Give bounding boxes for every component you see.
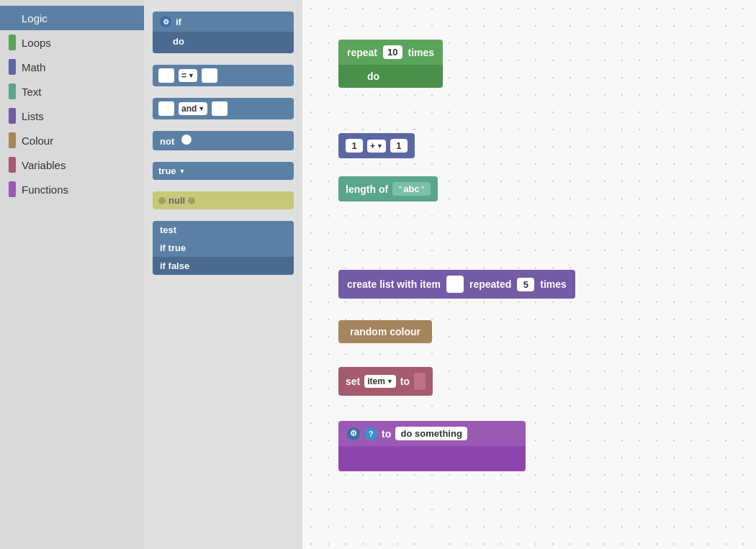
math-operator[interactable]: + (367, 140, 386, 153)
functions-color-dot (9, 181, 16, 197)
repeat-label: repeat (347, 47, 377, 58)
panel-eq-operator[interactable]: = (179, 69, 197, 82)
lists-color-dot (9, 108, 16, 124)
loops-color-dot (9, 35, 16, 50)
create-list-label: create list with item (347, 278, 441, 290)
text-string-value[interactable]: " abc " (392, 182, 431, 196)
question-icon-functions: ? (364, 427, 377, 440)
panel-true-block[interactable]: true ▼ (153, 162, 294, 180)
text-color-dot (9, 83, 16, 99)
panel-test-mid: if true (153, 239, 294, 257)
gear-icon-functions: ⚙ (347, 427, 360, 440)
to-label: to (400, 376, 410, 387)
functions-block-top: ⚙ ? to do something (338, 421, 526, 446)
text-length-block[interactable]: length of " abc " (338, 176, 438, 201)
lists-block[interactable]: create list with item repeated 5 times (338, 270, 575, 299)
lists-item-slot (446, 276, 464, 293)
gear-icon: ⚙ (160, 16, 171, 27)
lists-times-label: times (540, 278, 567, 290)
repeat-block-bottom: do (338, 65, 443, 88)
functions-block-bottom (338, 446, 526, 471)
set-label: set (346, 376, 360, 387)
colour-block[interactable]: random colour (338, 320, 432, 343)
workspace: repeat 10 times do 1 + 1 length of " abc… (302, 0, 756, 549)
panel-not-block[interactable]: not (153, 131, 294, 150)
repeat-count-input[interactable]: 10 (383, 45, 402, 59)
functions-block[interactable]: ⚙ ? to do something (338, 421, 526, 471)
sidebar-label-colour: Colour (22, 135, 53, 147)
sidebar-label-functions: Functions (22, 183, 68, 196)
not-label: not (160, 136, 174, 147)
sidebar-label-lists: Lists (22, 110, 44, 122)
test-label: test (160, 224, 176, 235)
panel-and-slot-right (212, 101, 228, 116)
sidebar-item-text[interactable]: Text (0, 79, 144, 104)
if-true-label: if true (160, 242, 186, 253)
if-false-label: if false (160, 260, 189, 271)
do-label: do (173, 36, 184, 47)
blocks-panel: ⚙ if do = and not true ▼ null (144, 0, 302, 549)
variables-value-slot (414, 373, 426, 390)
panel-null-block[interactable]: null (153, 191, 294, 209)
panel-if-block[interactable]: ⚙ if do (153, 12, 294, 53)
times-label: times (408, 47, 435, 58)
panel-eq-block[interactable]: = (153, 65, 294, 86)
sidebar-item-logic[interactable]: Logic (0, 6, 144, 30)
panel-if-top: ⚙ if (153, 12, 294, 32)
length-of-label: length of (346, 183, 388, 195)
sidebar-item-lists[interactable]: Lists (0, 104, 144, 128)
panel-and-operator[interactable]: and (179, 102, 207, 115)
panel-test-top: test (153, 221, 294, 239)
repeat-block[interactable]: repeat 10 times do (338, 40, 443, 88)
panel-if-bottom: do (153, 32, 294, 53)
sidebar-label-text: Text (22, 86, 42, 98)
variables-color-dot (9, 157, 16, 173)
variables-block[interactable]: set item to (338, 367, 433, 396)
functions-name-input[interactable]: do something (395, 427, 467, 440)
repeated-label: repeated (469, 278, 511, 290)
math-color-dot (9, 59, 16, 75)
math-val2[interactable]: 1 (390, 139, 408, 153)
colour-label: random colour (350, 326, 420, 337)
null-label: null (168, 195, 185, 206)
lists-count-input[interactable]: 5 (517, 278, 534, 291)
panel-and-block[interactable]: and (153, 98, 294, 119)
sidebar-label-math: Math (22, 61, 45, 73)
sidebar-label-loops: Loops (22, 37, 51, 49)
panel-test-bottom: if false (153, 257, 294, 275)
sidebar-item-variables[interactable]: Variables (0, 153, 144, 177)
if-label: if (176, 17, 181, 27)
math-block[interactable]: 1 + 1 (338, 133, 415, 158)
sidebar: Logic Loops Math Text Lists Colour Varia… (0, 0, 144, 549)
variable-name-dropdown[interactable]: item (364, 375, 396, 388)
sidebar-item-loops[interactable]: Loops (0, 30, 144, 55)
panel-and-slot-left (158, 101, 174, 116)
sidebar-item-math[interactable]: Math (0, 55, 144, 79)
panel-eq-slot-left (158, 68, 174, 83)
sidebar-label-logic: Logic (22, 12, 48, 24)
panel-test-block[interactable]: test if true if false (153, 221, 294, 275)
functions-to-label: to (382, 428, 391, 440)
sidebar-item-functions[interactable]: Functions (0, 177, 144, 201)
true-label: true (158, 165, 176, 176)
repeat-do-label: do (367, 71, 379, 82)
panel-eq-slot-right (202, 68, 217, 83)
logic-color-dot (9, 10, 16, 26)
repeat-block-top: repeat 10 times (338, 40, 443, 65)
colour-color-dot (9, 132, 16, 148)
sidebar-item-colour[interactable]: Colour (0, 128, 144, 153)
sidebar-label-variables: Variables (22, 159, 66, 171)
math-val1[interactable]: 1 (346, 139, 363, 153)
